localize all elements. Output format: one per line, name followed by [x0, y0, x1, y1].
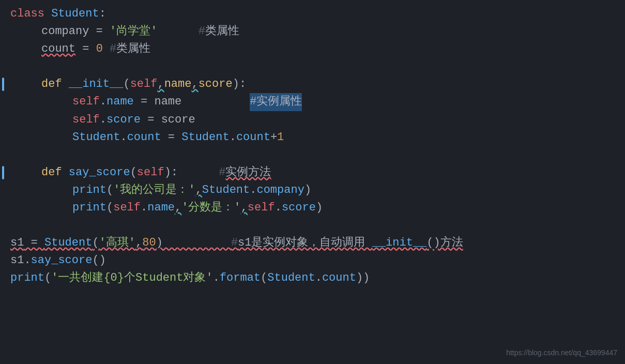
code-line-6: self . name = name #实例属性 — [10, 93, 625, 111]
keyword-def: def — [41, 75, 62, 93]
highlighted-comment: #实例属性 — [250, 93, 302, 111]
watermark: https://blog.csdn.net/qq_43699447 — [506, 347, 617, 359]
code-line-8: Student . count = Student . count + 1 — [10, 129, 625, 146]
code-line-16: print ( '一共创建{0}个Student对象' . format ( S… — [10, 269, 625, 287]
code-line-4 — [10, 58, 625, 75]
code-line-1: class Student : — [10, 5, 625, 23]
code-line-7: self . score = score — [10, 111, 625, 129]
keyword-class: class — [10, 5, 44, 23]
method-init: __init__ — [69, 75, 124, 93]
code-editor: class Student : company = '尚学堂' #类属性 cou… — [0, 0, 625, 293]
code-line-13 — [10, 217, 625, 234]
code-line-5: def __init__ ( self , name , score ): — [10, 75, 625, 93]
left-bar-indicator — [2, 78, 4, 91]
code-line-14: s1 = Student ( '高琪' , 80 ) #s1是实例对象，自动调用… — [10, 234, 625, 252]
method-say-score: say_score — [69, 164, 130, 181]
code-line-15: s1 . say_score () — [10, 252, 625, 269]
code-line-10: def say_score ( self ): #实例方法 — [10, 164, 625, 181]
code-line-9 — [10, 146, 625, 164]
code-line-2: company = '尚学堂' #类属性 — [10, 23, 625, 40]
code-line-3: count = 0 #类属性 — [10, 40, 625, 58]
left-bar-indicator-2 — [2, 166, 4, 179]
code-line-11: print ( '我的公司是：' , Student . company ) — [10, 181, 625, 199]
code-line-12: print ( self . name , '分数是：' , self . sc… — [10, 199, 625, 217]
class-name: Student — [51, 5, 99, 23]
